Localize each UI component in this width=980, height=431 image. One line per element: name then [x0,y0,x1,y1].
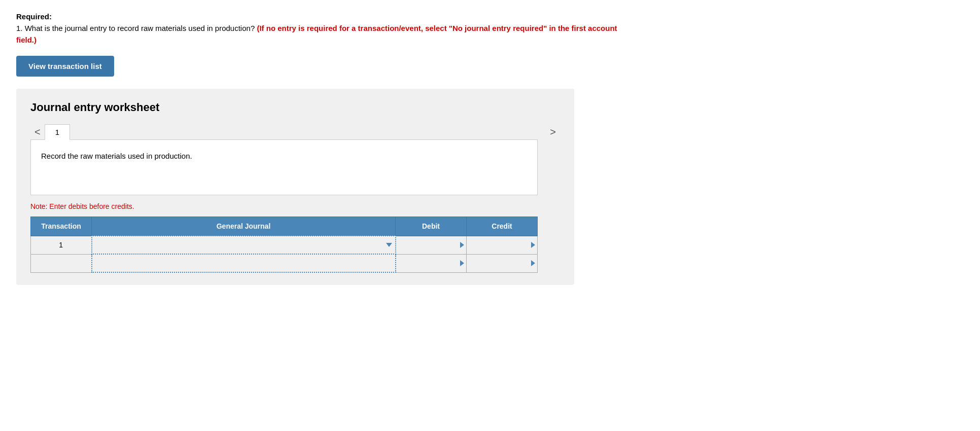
debit-cell-1[interactable] [396,236,467,254]
journal-table-wrapper: Transaction General Journal Debit Credit… [30,217,560,273]
transaction-cell-1: 1 [31,236,92,254]
note-text: Note: Enter debits before credits. [30,202,560,210]
nav-arrow-right[interactable]: > [546,124,560,140]
required-section: Required: 1. What is the journal entry t… [16,12,625,46]
col-header-debit: Debit [396,217,467,236]
tab-navigation-row: < 1 > [30,124,560,140]
description-box: Record the raw materials used in product… [30,139,538,195]
col-header-transaction: Transaction [31,217,92,236]
credit-cell-1[interactable] [467,236,538,254]
col-header-general-journal: General Journal [92,217,396,236]
debit-input-1[interactable] [396,236,467,254]
transaction-number-1: 1 [59,241,63,249]
view-transaction-button[interactable]: View transaction list [16,56,114,77]
general-journal-cell-1[interactable] [92,236,396,254]
credit-input-2[interactable] [467,255,537,272]
worksheet-title: Journal entry worksheet [30,101,560,114]
tab-container: 1 [45,124,546,140]
debit-input-2[interactable] [396,255,467,272]
worksheet-container: Journal entry worksheet < 1 > Record the… [16,89,574,285]
tab-1[interactable]: 1 [45,124,70,140]
general-journal-cell-2[interactable] [92,254,396,272]
question-main: 1. What is the journal entry to record r… [16,24,255,32]
required-label: Required: [16,12,625,21]
debit-arrow-2 [460,260,464,266]
general-journal-input-2[interactable] [92,255,395,272]
table-row: 1 [31,236,538,254]
credit-arrow-2 [531,260,535,266]
credit-input-1[interactable] [467,236,537,254]
table-row [31,254,538,272]
journal-table: Transaction General Journal Debit Credit… [30,217,538,273]
credit-cell-2[interactable] [467,254,538,272]
credit-arrow-1 [531,242,535,248]
debit-arrow-1 [460,242,464,248]
col-header-credit: Credit [467,217,538,236]
transaction-cell-2 [31,254,92,272]
general-journal-input-1[interactable] [92,236,395,254]
question-text: 1. What is the journal entry to record r… [16,23,625,46]
nav-arrow-left[interactable]: < [30,124,45,140]
table-header-row: Transaction General Journal Debit Credit [31,217,538,236]
description-text: Record the raw materials used in product… [41,152,192,160]
debit-cell-2[interactable] [396,254,467,272]
dropdown-arrow-1[interactable] [386,243,392,247]
